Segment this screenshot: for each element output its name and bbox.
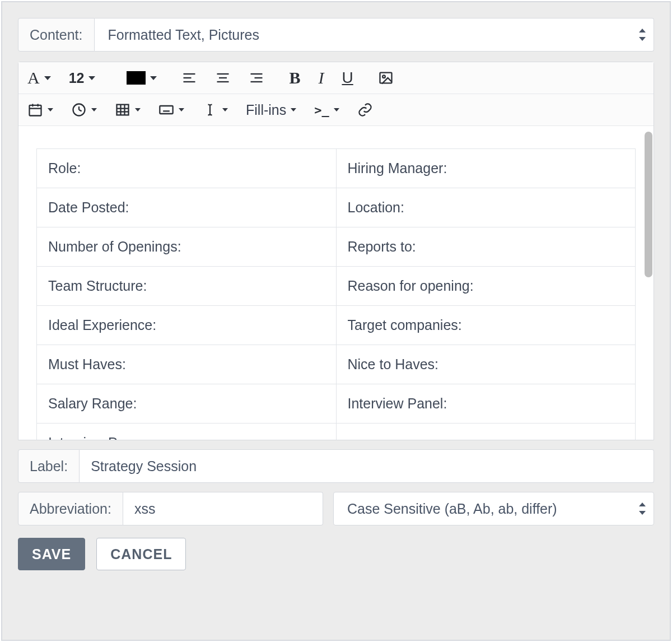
table-cell[interactable]: Team Structure: [37,267,337,306]
insert-date-dropdown[interactable] [27,100,53,120]
table-row: Interview Process: [37,424,636,440]
table-cell[interactable]: Hiring Manager: [336,149,636,188]
table-cell[interactable]: Reason for opening: [336,267,636,306]
caret-down-icon [150,76,157,80]
insert-time-dropdown[interactable] [71,100,97,120]
abbreviation-row: Abbreviation: Case Sensitive (aB, Ab, ab… [18,492,654,525]
italic-button[interactable]: I [319,68,324,88]
content-type-label: Content: [18,18,95,52]
toolbar-row-1: A 12 B I U [18,62,654,94]
table-cell[interactable]: Interview Process: [37,424,337,440]
save-button[interactable]: SAVE [18,538,85,570]
text-cursor-icon [202,102,218,118]
align-left-button[interactable] [181,68,197,88]
scrollbar-thumb[interactable] [645,132,652,277]
caret-down-icon [334,108,339,111]
table-icon [115,102,130,118]
updown-icon [639,503,646,515]
abbreviation-group: Abbreviation: [18,492,323,525]
table-row: Salary Range:Interview Panel: [37,384,636,424]
clock-icon [71,102,87,118]
label-field-label: Label: [18,449,80,483]
caret-down-icon [291,108,296,111]
caret-down-icon [222,108,228,111]
font-family-icon: A [27,68,40,87]
rich-text-editor: A 12 B I U [18,62,654,440]
table-row: Ideal Experience:Target companies: [37,306,636,345]
keyboard-icon [158,102,174,118]
svg-rect-11 [30,105,41,116]
bold-button[interactable]: B [289,68,300,88]
action-buttons: SAVE CANCEL [18,538,654,570]
text-color-dropdown[interactable] [127,68,157,88]
content-type-select[interactable]: Formatted Text, Pictures [95,18,654,52]
case-sensitivity-selected: Case Sensitive (aB, Ab, ab, differ) [347,501,557,517]
table-cell[interactable]: Salary Range: [37,384,337,424]
label-input[interactable] [80,449,654,483]
font-size-dropdown[interactable]: 12 [69,68,96,88]
content-type-selected: Formatted Text, Pictures [108,27,259,43]
font-family-dropdown[interactable]: A [27,68,51,88]
insert-keyboard-dropdown[interactable] [158,100,184,120]
caret-down-icon [88,76,95,80]
table-cell[interactable]: Role: [37,149,337,188]
table-cell[interactable]: Number of Openings: [37,227,337,267]
caret-down-icon [48,108,53,111]
table-cell[interactable]: Date Posted: [37,188,337,227]
table-cell[interactable]: Interview Panel: [336,384,636,424]
table-row: Number of Openings:Reports to: [37,227,636,267]
caret-down-icon [44,76,51,80]
content-type-row: Content: Formatted Text, Pictures [18,18,654,52]
table-cell[interactable]: Location: [336,188,636,227]
font-size-value: 12 [69,70,85,86]
svg-rect-18 [117,105,129,115]
insert-table-dropdown[interactable] [115,100,141,120]
editor-content-area[interactable]: Role:Hiring Manager:Date Posted:Location… [18,126,654,440]
updown-icon [639,29,646,41]
abbreviation-field-label: Abbreviation: [18,492,123,525]
caret-down-icon [91,108,97,111]
svg-point-10 [382,75,385,78]
label-row: Label: [18,449,654,483]
editor-dialog: Content: Formatted Text, Pictures A 12 [1,1,671,641]
table-cell[interactable] [336,424,636,440]
table-cell[interactable]: Ideal Experience: [37,306,337,345]
insert-cursor-dropdown[interactable] [202,100,228,120]
fillins-dropdown[interactable]: Fill-ins [246,100,296,120]
svg-line-17 [79,110,82,111]
table-row: Must Haves:Nice to Haves: [37,345,636,384]
table-row: Role:Hiring Manager: [37,149,636,188]
table-row: Team Structure:Reason for opening: [37,267,636,306]
color-swatch-icon [127,71,146,85]
fillins-label: Fill-ins [246,102,286,118]
table-cell[interactable]: Reports to: [336,227,636,267]
svg-rect-9 [380,73,391,83]
svg-rect-23 [160,106,172,114]
case-sensitivity-select[interactable]: Case Sensitive (aB, Ab, ab, differ) [333,492,654,525]
content-table: Role:Hiring Manager:Date Posted:Location… [36,148,636,440]
toolbar-row-2: Fill-ins >_ [18,94,654,126]
table-cell[interactable]: Nice to Haves: [336,345,636,384]
caret-down-icon [135,108,141,111]
cancel-button[interactable]: CANCEL [96,538,186,570]
prompt-icon: >_ [314,103,329,117]
caret-down-icon [179,108,184,111]
underline-button[interactable]: U [342,68,353,88]
table-row: Date Posted:Location: [37,188,636,227]
align-center-button[interactable] [215,68,231,88]
save-button-label: SAVE [32,546,71,562]
insert-link-button[interactable] [357,100,373,120]
insert-image-button[interactable] [378,68,394,88]
table-cell[interactable]: Target companies: [336,306,636,345]
align-right-button[interactable] [249,68,264,88]
insert-script-dropdown[interactable]: >_ [314,100,339,120]
calendar-icon [27,102,43,118]
cancel-button-label: CANCEL [110,546,172,562]
abbreviation-input[interactable] [123,492,323,525]
table-cell[interactable]: Must Haves: [37,345,337,384]
